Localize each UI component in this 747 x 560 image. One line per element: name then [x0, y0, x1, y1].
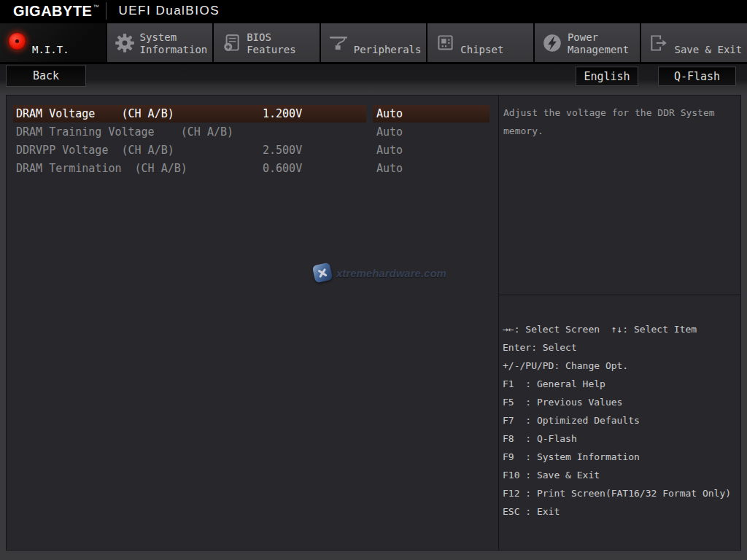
- setting-value[interactable]: Auto: [373, 105, 489, 122]
- shortcut-line: Enter: Select: [503, 338, 740, 357]
- tab-peripherals[interactable]: Peripherals: [321, 23, 427, 62]
- shortcut-line: F1 : General Help: [503, 375, 740, 393]
- settings-pane: DRAM Voltage (CH A/B) 1.200V Auto DRAM T…: [7, 96, 498, 550]
- shortcut-legend: →←: Select Screen ↑↓: Select Item Enter:…: [499, 295, 740, 550]
- bios-screen: { "topbar": { "brand": "GIGABYTE", "trad…: [0, 0, 747, 560]
- chipset-icon: [434, 32, 456, 54]
- shortcut-line: F7 : Optimized Defaults: [503, 411, 740, 429]
- setting-value[interactable]: Auto: [373, 160, 489, 177]
- shortcut-line: →←: Select Screen ↑↓: Select Item: [503, 320, 740, 338]
- qflash-button[interactable]: Q-Flash: [658, 66, 736, 86]
- language-button[interactable]: English: [576, 66, 638, 86]
- tab-label: M.I.T.: [32, 23, 69, 61]
- tab-mit[interactable]: M.I.T.: [0, 23, 106, 62]
- row-label-cell: DDRVPP Voltage (CH A/B) 2.500V: [13, 141, 366, 159]
- settings-table: DRAM Voltage (CH A/B) 1.200V Auto DRAM T…: [7, 105, 498, 178]
- setting-voltage: 1.200V: [263, 105, 302, 122]
- shortcut-line: F9 : System Information: [503, 448, 740, 466]
- setting-label: DRAM Training Voltage (CH A/B): [16, 123, 233, 141]
- table-row[interactable]: DRAM Termination (CH A/B) 0.600V Auto: [7, 160, 498, 178]
- gigabyte-logo: GIGABYTE: [13, 3, 92, 20]
- xtremehardware-icon: [312, 262, 333, 283]
- setting-value[interactable]: Auto: [373, 141, 489, 159]
- table-row[interactable]: DRAM Voltage (CH A/B) 1.200V Auto: [7, 105, 498, 123]
- item-help-text: Adjust the voltage for the DDR System me…: [499, 96, 740, 295]
- setting-label: DDRVPP Voltage (CH A/B): [16, 141, 174, 159]
- row-label-cell: DRAM Training Voltage (CH A/B): [13, 123, 366, 141]
- trademark-symbol: ™: [93, 4, 98, 10]
- setting-value[interactable]: Auto: [373, 123, 489, 141]
- tab-label: Power Management: [568, 23, 640, 61]
- table-row[interactable]: DDRVPP Voltage (CH A/B) 2.500V Auto: [7, 141, 498, 160]
- shortcut-line: ESC : Exit: [503, 502, 740, 521]
- setting-voltage: 2.500V: [263, 141, 302, 159]
- tab-chipset[interactable]: Chipset: [427, 23, 533, 62]
- bios-features-icon: [220, 32, 242, 54]
- main-panel: DRAM Voltage (CH A/B) 1.200V Auto DRAM T…: [6, 95, 741, 551]
- watermark-text: xtremehardware.com: [336, 267, 446, 279]
- watermark: xtremehardware.com: [314, 264, 446, 281]
- row-label-cell: DRAM Termination (CH A/B) 0.600V: [13, 160, 366, 177]
- setting-label: DRAM Voltage (CH A/B): [16, 105, 174, 122]
- row-label-cell: DRAM Voltage (CH A/B) 1.200V: [13, 105, 366, 122]
- bios-title: UEFI DualBIOS: [118, 4, 220, 18]
- tab-power-management[interactable]: Power Management: [535, 23, 640, 62]
- power-icon: [541, 32, 563, 54]
- tab-bios-features[interactable]: BIOS Features: [214, 23, 320, 62]
- setting-voltage: 0.600V: [263, 160, 302, 177]
- setting-label: DRAM Termination (CH A/B): [16, 160, 187, 177]
- table-row[interactable]: DRAM Training Voltage (CH A/B) Auto: [7, 123, 498, 141]
- peripherals-icon: [328, 32, 349, 54]
- save-exit-icon: [648, 32, 670, 54]
- mit-icon: [8, 32, 26, 50]
- tab-label: Save & Exit: [674, 23, 742, 61]
- top-bar: GIGABYTE ™ UEFI DualBIOS: [0, 0, 747, 22]
- tab-system-information[interactable]: System Information: [107, 23, 213, 62]
- topbar-divider: [106, 2, 107, 20]
- help-pane: Adjust the voltage for the DDR System me…: [498, 96, 740, 550]
- shortcut-line: +/-/PU/PD: Change Opt.: [503, 357, 740, 375]
- toolbar: Back English Q-Flash: [0, 64, 747, 95]
- tab-save-exit[interactable]: Save & Exit: [641, 23, 747, 62]
- shortcut-line: F12 : Print Screen(FAT16/32 Format Only): [503, 484, 740, 502]
- back-button[interactable]: Back: [6, 65, 86, 87]
- shortcut-line: F10 : Save & Exit: [503, 466, 740, 484]
- gear-icon: [114, 32, 136, 54]
- tab-label: Peripherals: [354, 23, 422, 61]
- shortcut-line: F5 : Previous Values: [503, 393, 740, 411]
- tab-label: Chipset: [460, 23, 503, 61]
- tab-label: System Information: [140, 23, 213, 61]
- shortcut-line: F8 : Q-Flash: [503, 429, 740, 448]
- tab-label: BIOS Features: [247, 23, 320, 61]
- tab-bar: M.I.T. System Information: [0, 22, 747, 64]
